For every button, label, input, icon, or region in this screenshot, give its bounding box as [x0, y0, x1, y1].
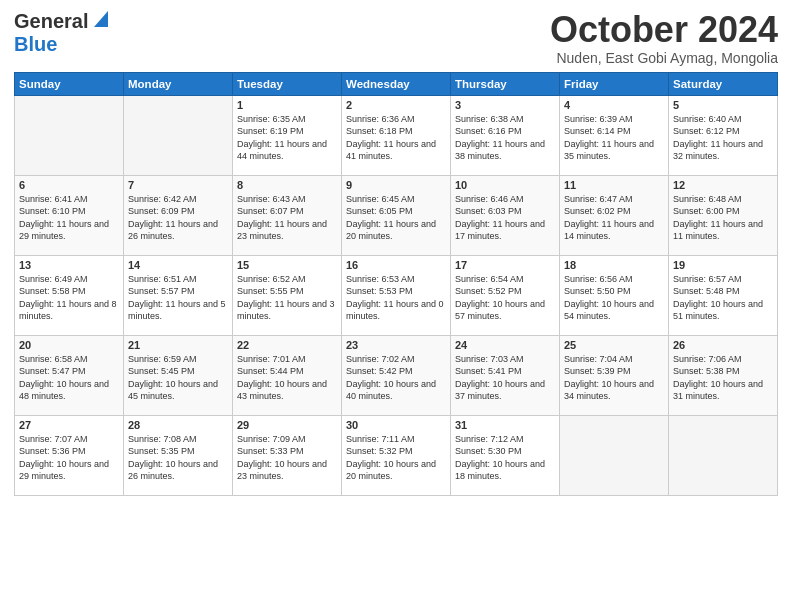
day-number: 14: [128, 259, 228, 271]
cell-info: Sunrise: 7:11 AM Sunset: 5:32 PM Dayligh…: [346, 433, 446, 483]
cell-info: Sunrise: 6:47 AM Sunset: 6:02 PM Dayligh…: [564, 193, 664, 243]
day-number: 2: [346, 99, 446, 111]
cell-info: Sunrise: 6:56 AM Sunset: 5:50 PM Dayligh…: [564, 273, 664, 323]
month-title: October 2024: [550, 10, 778, 50]
calendar-cell: 14Sunrise: 6:51 AM Sunset: 5:57 PM Dayli…: [124, 255, 233, 335]
cell-info: Sunrise: 6:39 AM Sunset: 6:14 PM Dayligh…: [564, 113, 664, 163]
cell-info: Sunrise: 6:46 AM Sunset: 6:03 PM Dayligh…: [455, 193, 555, 243]
cell-info: Sunrise: 6:57 AM Sunset: 5:48 PM Dayligh…: [673, 273, 773, 323]
week-row-5: 27Sunrise: 7:07 AM Sunset: 5:36 PM Dayli…: [15, 415, 778, 495]
day-number: 21: [128, 339, 228, 351]
day-number: 24: [455, 339, 555, 351]
calendar-table: SundayMondayTuesdayWednesdayThursdayFrid…: [14, 72, 778, 496]
calendar-cell: 23Sunrise: 7:02 AM Sunset: 5:42 PM Dayli…: [342, 335, 451, 415]
calendar-cell: 1Sunrise: 6:35 AM Sunset: 6:19 PM Daylig…: [233, 95, 342, 175]
cell-info: Sunrise: 6:52 AM Sunset: 5:55 PM Dayligh…: [237, 273, 337, 323]
cell-info: Sunrise: 6:35 AM Sunset: 6:19 PM Dayligh…: [237, 113, 337, 163]
calendar-cell: 4Sunrise: 6:39 AM Sunset: 6:14 PM Daylig…: [560, 95, 669, 175]
week-row-1: 1Sunrise: 6:35 AM Sunset: 6:19 PM Daylig…: [15, 95, 778, 175]
calendar-cell: 22Sunrise: 7:01 AM Sunset: 5:44 PM Dayli…: [233, 335, 342, 415]
logo-general: General: [14, 10, 88, 33]
calendar-cell: 18Sunrise: 6:56 AM Sunset: 5:50 PM Dayli…: [560, 255, 669, 335]
header-tuesday: Tuesday: [233, 72, 342, 95]
calendar-cell: [15, 95, 124, 175]
calendar-cell: 7Sunrise: 6:42 AM Sunset: 6:09 PM Daylig…: [124, 175, 233, 255]
svg-marker-0: [94, 11, 108, 27]
calendar-cell: [669, 415, 778, 495]
cell-info: Sunrise: 6:43 AM Sunset: 6:07 PM Dayligh…: [237, 193, 337, 243]
calendar-cell: 27Sunrise: 7:07 AM Sunset: 5:36 PM Dayli…: [15, 415, 124, 495]
day-number: 16: [346, 259, 446, 271]
day-number: 31: [455, 419, 555, 431]
cell-info: Sunrise: 6:45 AM Sunset: 6:05 PM Dayligh…: [346, 193, 446, 243]
day-number: 23: [346, 339, 446, 351]
cell-info: Sunrise: 7:07 AM Sunset: 5:36 PM Dayligh…: [19, 433, 119, 483]
calendar-cell: 3Sunrise: 6:38 AM Sunset: 6:16 PM Daylig…: [451, 95, 560, 175]
calendar-cell: 30Sunrise: 7:11 AM Sunset: 5:32 PM Dayli…: [342, 415, 451, 495]
day-number: 20: [19, 339, 119, 351]
cell-info: Sunrise: 7:08 AM Sunset: 5:35 PM Dayligh…: [128, 433, 228, 483]
calendar-cell: 11Sunrise: 6:47 AM Sunset: 6:02 PM Dayli…: [560, 175, 669, 255]
header-sunday: Sunday: [15, 72, 124, 95]
cell-info: Sunrise: 6:51 AM Sunset: 5:57 PM Dayligh…: [128, 273, 228, 323]
header-monday: Monday: [124, 72, 233, 95]
calendar-cell: 6Sunrise: 6:41 AM Sunset: 6:10 PM Daylig…: [15, 175, 124, 255]
day-number: 5: [673, 99, 773, 111]
header-row: SundayMondayTuesdayWednesdayThursdayFrid…: [15, 72, 778, 95]
day-number: 7: [128, 179, 228, 191]
calendar-cell: 19Sunrise: 6:57 AM Sunset: 5:48 PM Dayli…: [669, 255, 778, 335]
day-number: 30: [346, 419, 446, 431]
cell-info: Sunrise: 7:02 AM Sunset: 5:42 PM Dayligh…: [346, 353, 446, 403]
week-row-2: 6Sunrise: 6:41 AM Sunset: 6:10 PM Daylig…: [15, 175, 778, 255]
cell-info: Sunrise: 6:42 AM Sunset: 6:09 PM Dayligh…: [128, 193, 228, 243]
calendar-cell: 9Sunrise: 6:45 AM Sunset: 6:05 PM Daylig…: [342, 175, 451, 255]
cell-info: Sunrise: 7:06 AM Sunset: 5:38 PM Dayligh…: [673, 353, 773, 403]
logo-triangle-icon: [90, 11, 108, 29]
cell-info: Sunrise: 6:38 AM Sunset: 6:16 PM Dayligh…: [455, 113, 555, 163]
cell-info: Sunrise: 6:36 AM Sunset: 6:18 PM Dayligh…: [346, 113, 446, 163]
calendar-cell: 28Sunrise: 7:08 AM Sunset: 5:35 PM Dayli…: [124, 415, 233, 495]
header-saturday: Saturday: [669, 72, 778, 95]
cell-info: Sunrise: 7:01 AM Sunset: 5:44 PM Dayligh…: [237, 353, 337, 403]
week-row-4: 20Sunrise: 6:58 AM Sunset: 5:47 PM Dayli…: [15, 335, 778, 415]
page: General Blue October 2024 Nuden, East Go…: [0, 0, 792, 612]
calendar-cell: 31Sunrise: 7:12 AM Sunset: 5:30 PM Dayli…: [451, 415, 560, 495]
day-number: 25: [564, 339, 664, 351]
day-number: 18: [564, 259, 664, 271]
location: Nuden, East Gobi Aymag, Mongolia: [550, 50, 778, 66]
day-number: 17: [455, 259, 555, 271]
calendar-cell: 26Sunrise: 7:06 AM Sunset: 5:38 PM Dayli…: [669, 335, 778, 415]
logo-line2: Blue: [14, 33, 57, 56]
calendar-cell: 2Sunrise: 6:36 AM Sunset: 6:18 PM Daylig…: [342, 95, 451, 175]
logo-line1: General: [14, 10, 108, 33]
header-thursday: Thursday: [451, 72, 560, 95]
cell-info: Sunrise: 6:49 AM Sunset: 5:58 PM Dayligh…: [19, 273, 119, 323]
day-number: 3: [455, 99, 555, 111]
cell-info: Sunrise: 7:03 AM Sunset: 5:41 PM Dayligh…: [455, 353, 555, 403]
day-number: 4: [564, 99, 664, 111]
calendar-cell: [124, 95, 233, 175]
calendar-cell: 15Sunrise: 6:52 AM Sunset: 5:55 PM Dayli…: [233, 255, 342, 335]
title-block: October 2024 Nuden, East Gobi Aymag, Mon…: [550, 10, 778, 66]
calendar-cell: 25Sunrise: 7:04 AM Sunset: 5:39 PM Dayli…: [560, 335, 669, 415]
cell-info: Sunrise: 7:04 AM Sunset: 5:39 PM Dayligh…: [564, 353, 664, 403]
logo-blue: Blue: [14, 33, 57, 55]
day-number: 13: [19, 259, 119, 271]
day-number: 10: [455, 179, 555, 191]
day-number: 12: [673, 179, 773, 191]
calendar-cell: 29Sunrise: 7:09 AM Sunset: 5:33 PM Dayli…: [233, 415, 342, 495]
day-number: 15: [237, 259, 337, 271]
day-number: 22: [237, 339, 337, 351]
header-friday: Friday: [560, 72, 669, 95]
day-number: 6: [19, 179, 119, 191]
calendar-cell: 8Sunrise: 6:43 AM Sunset: 6:07 PM Daylig…: [233, 175, 342, 255]
cell-info: Sunrise: 6:41 AM Sunset: 6:10 PM Dayligh…: [19, 193, 119, 243]
calendar-cell: 5Sunrise: 6:40 AM Sunset: 6:12 PM Daylig…: [669, 95, 778, 175]
header-wednesday: Wednesday: [342, 72, 451, 95]
calendar-cell: 16Sunrise: 6:53 AM Sunset: 5:53 PM Dayli…: [342, 255, 451, 335]
day-number: 26: [673, 339, 773, 351]
day-number: 27: [19, 419, 119, 431]
calendar-cell: 17Sunrise: 6:54 AM Sunset: 5:52 PM Dayli…: [451, 255, 560, 335]
calendar-cell: 21Sunrise: 6:59 AM Sunset: 5:45 PM Dayli…: [124, 335, 233, 415]
calendar-cell: 12Sunrise: 6:48 AM Sunset: 6:00 PM Dayli…: [669, 175, 778, 255]
